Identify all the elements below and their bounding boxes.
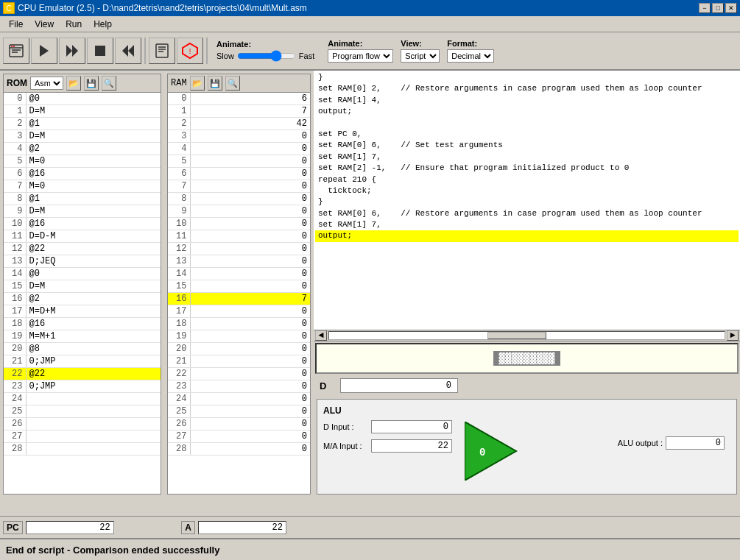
- table-row: 22@22: [4, 368, 161, 380]
- d-register-row: D 0: [314, 375, 740, 396]
- rom-val: @22: [26, 243, 161, 255]
- menu-help[interactable]: Help: [88, 18, 118, 31]
- ram-load-btn[interactable]: 📂: [190, 76, 205, 91]
- rom-format-select[interactable]: Asm: [30, 77, 63, 90]
- table-row: 150: [168, 280, 310, 293]
- ram-val: 7: [190, 293, 310, 305]
- ram-val: 0: [190, 155, 310, 168]
- table-row: 90: [168, 205, 310, 218]
- table-row: 19M=M+1: [4, 330, 161, 343]
- svg-rect-9: [95, 46, 105, 56]
- script-line: set RAM[0] 6, // Restore arguments in ca…: [315, 208, 739, 219]
- breakpoint-button[interactable]: !: [177, 38, 203, 64]
- animate-label: Animate:: [216, 40, 251, 49]
- speed-slider[interactable]: [237, 50, 296, 62]
- rom-addr: 15: [4, 280, 26, 293]
- separator-2: [206, 38, 208, 64]
- ram-addr: 26: [168, 418, 190, 430]
- ram-addr: 8: [168, 193, 190, 205]
- maximize-button[interactable]: □: [712, 3, 724, 13]
- ram-search-btn[interactable]: 🔍: [225, 76, 240, 91]
- table-row: 17M=D+M: [4, 305, 161, 318]
- svg-marker-11: [122, 45, 128, 57]
- table-row: 242: [168, 118, 310, 130]
- rom-save-btn[interactable]: 💾: [84, 76, 99, 91]
- close-button[interactable]: ✕: [725, 3, 737, 13]
- animate-select[interactable]: Program flow: [328, 49, 393, 63]
- script-line: set RAM[1] 7,: [315, 152, 739, 163]
- table-row: 8@1: [4, 193, 161, 205]
- table-row: 11D=D-M: [4, 230, 161, 243]
- rom-addr: 1: [4, 105, 26, 118]
- h-scrollbar[interactable]: ◄ ►: [314, 330, 740, 341]
- rom-load-btn[interactable]: 📂: [66, 76, 81, 91]
- ram-save-btn[interactable]: 💾: [208, 76, 222, 91]
- view-select[interactable]: Script: [401, 49, 440, 63]
- rom-addr: 23: [4, 380, 26, 393]
- svg-point-2: [11, 46, 13, 47]
- ram-table: 0617242304050607080901001101201301401501…: [168, 93, 310, 494]
- load-button[interactable]: [3, 38, 29, 64]
- right-panel: }set RAM[0] 2, // Restore arguments in c…: [314, 71, 740, 497]
- output-area: ▓▓▓▓▓▓▓▓▓: [315, 343, 739, 374]
- rom-addr: 19: [4, 330, 26, 343]
- script-section: View: Script: [401, 39, 440, 63]
- ram-addr: 27: [168, 430, 190, 443]
- rom-val: [26, 430, 161, 443]
- table-row: 15D=M: [4, 280, 161, 293]
- alu-output-label: ALU output :: [618, 439, 663, 447]
- rom-val: D=M: [26, 280, 161, 293]
- rom-val: @1: [26, 193, 161, 205]
- script-button[interactable]: [149, 38, 175, 64]
- table-row: 130: [168, 255, 310, 268]
- ram-val: 0: [190, 305, 310, 318]
- ram-addr: 13: [168, 255, 190, 268]
- pc-register: PC 22: [3, 521, 114, 534]
- table-row: 25: [4, 405, 161, 418]
- table-row: 16@2: [4, 293, 161, 305]
- rom-addr: 25: [4, 405, 26, 418]
- script-text-area[interactable]: }set RAM[0] 2, // Restore arguments in c…: [314, 71, 740, 330]
- table-row: 100: [168, 218, 310, 230]
- title-bar: C CPU Emulator (2.5) - D:\nand2tetris\na…: [0, 0, 740, 16]
- menu-file[interactable]: File: [3, 18, 29, 31]
- ram-val: 0: [190, 180, 310, 193]
- reg-bar: PC 22 A 22: [0, 516, 740, 538]
- table-row: 110: [168, 230, 310, 243]
- table-row: 26: [4, 418, 161, 430]
- ram-addr: 2: [168, 118, 190, 130]
- menu-view[interactable]: View: [29, 18, 60, 31]
- stop-button[interactable]: [87, 38, 113, 64]
- table-row: 167: [168, 293, 310, 305]
- menu-run[interactable]: Run: [60, 18, 88, 31]
- script-line: set RAM[0] 2, // Restore arguments in ca…: [315, 83, 739, 94]
- rom-addr: 27: [4, 430, 26, 443]
- rom-val: @8: [26, 343, 161, 355]
- rom-val: D;JEQ: [26, 255, 161, 268]
- menu-bar: File View Run Help: [0, 16, 740, 32]
- ram-addr: 15: [168, 280, 190, 293]
- rom-val: [26, 418, 161, 430]
- rom-addr: 24: [4, 393, 26, 405]
- minimize-button[interactable]: −: [699, 3, 711, 13]
- ram-addr: 11: [168, 230, 190, 243]
- svg-marker-8: [72, 45, 78, 57]
- ram-addr: 20: [168, 343, 190, 355]
- run-fast-button[interactable]: [59, 38, 85, 64]
- ram-val: 0: [190, 130, 310, 143]
- format-select[interactable]: Decimal: [447, 49, 494, 63]
- alu-d-input-label: D Input :: [323, 422, 371, 431]
- ram-val: 0: [190, 318, 310, 330]
- table-row: 240: [168, 393, 310, 405]
- rom-addr: 9: [4, 205, 26, 218]
- rom-table: 0@01D=M2@13D=M4@25M=06@167M=08@19D=M10@1…: [4, 93, 161, 494]
- ram-addr: 1: [168, 105, 190, 118]
- a-label: A: [181, 521, 195, 534]
- table-row: 170: [168, 305, 310, 318]
- rom-addr: 8: [4, 193, 26, 205]
- rom-val: M=0: [26, 180, 161, 193]
- svg-text:!: !: [188, 48, 192, 56]
- step-button[interactable]: [31, 38, 57, 64]
- rom-search-btn[interactable]: 🔍: [102, 76, 116, 91]
- rewind-button[interactable]: [115, 38, 141, 64]
